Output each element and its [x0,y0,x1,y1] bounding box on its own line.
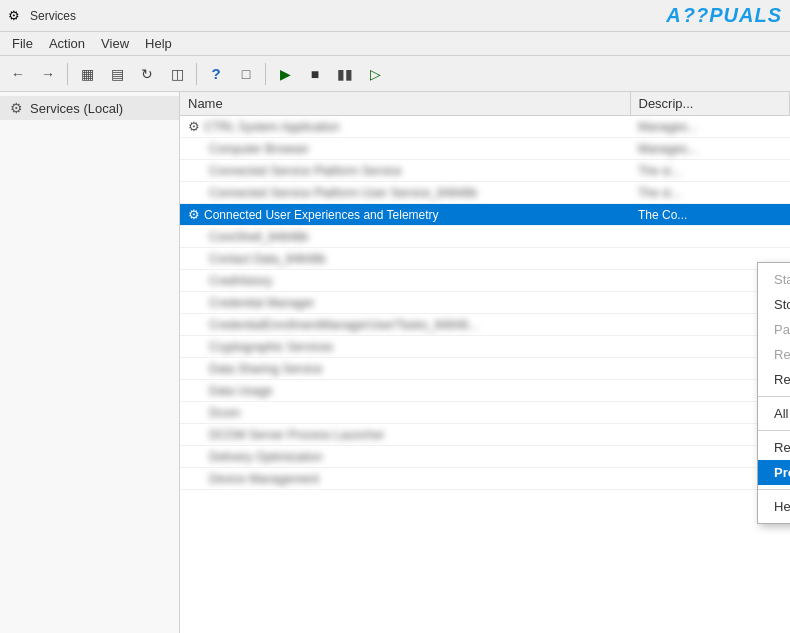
service-name-text: Contact Data_84848b [209,252,326,266]
menu-help[interactable]: Help [137,34,180,53]
service-name-text: Connected Service Platform Service [209,164,402,178]
menu-file[interactable]: File [4,34,41,53]
services-table: Name Descrip... ⚙CTRL System Application… [180,92,790,490]
service-name-cell: DCOM Server Process Launcher [180,424,630,446]
service-name-text: CoreShell_84848b [209,230,308,244]
toolbar-separator-2 [196,63,197,85]
context-menu-item-label: Start [774,272,790,287]
table-row[interactable]: Data Usage [180,380,790,402]
service-name-text: Cryptographic Services [209,340,333,354]
context-menu-item-pause: Pause [758,317,790,342]
service-name-cell: Connected Service Platform Service [180,160,630,182]
service-name-text: Computer Browser [209,142,309,156]
context-menu-item-label: Refresh [774,440,790,455]
service-name-cell: Cryptographic Services [180,336,630,358]
service-name-cell: ⚙Connected User Experiences and Telemetr… [180,204,630,226]
context-menu-item-restart[interactable]: Restart [758,367,790,392]
toolbar-separator-3 [265,63,266,85]
table-row[interactable]: Dcom [180,402,790,424]
service-desc-cell: Manages... [630,138,790,160]
table-row[interactable]: Cryptographic Services [180,336,790,358]
view-toggle-button[interactable]: □ [232,60,260,88]
service-desc-cell: The Co... [630,204,790,226]
show-extended-button[interactable]: ▤ [103,60,131,88]
table-header-row: Name Descrip... [180,92,790,116]
context-menu-item-stop[interactable]: Stop [758,292,790,317]
toolbar-separator-1 [67,63,68,85]
service-name-text: Dcom [209,406,240,420]
context-menu-item-help[interactable]: Help [758,494,790,519]
table-row[interactable]: Data Sharing Service [180,358,790,380]
service-name-cell: Data Sharing Service [180,358,630,380]
table-row[interactable]: CoreShell_84848b [180,226,790,248]
context-menu-item-label: Pause [774,322,790,337]
service-name-text: Device Management [209,472,319,486]
help-toolbar-button[interactable]: ? [202,60,230,88]
table-row[interactable]: ⚙Connected User Experiences and Telemetr… [180,204,790,226]
appuals-logo: A??PUALS [666,4,782,27]
table-row[interactable]: Computer BrowserManages... [180,138,790,160]
back-button[interactable]: ← [4,60,32,88]
service-desc-cell [630,226,790,248]
forward-button[interactable]: → [34,60,62,88]
table-row[interactable]: Connected Service Platform ServiceThe si… [180,160,790,182]
table-row[interactable]: Delivery Optimization [180,446,790,468]
main-area: ⚙ Services (Local) Name Descrip... ⚙CTRL… [0,92,790,633]
show-standard-button[interactable]: ▦ [73,60,101,88]
left-panel: ⚙ Services (Local) [0,92,180,633]
menu-bar: File Action View Help [0,32,790,56]
context-menu-separator [758,430,790,431]
context-menu-item-label: Help [774,499,790,514]
service-name-text: DCOM Server Process Launcher [209,428,384,442]
table-row[interactable]: Contact Data_84848b [180,248,790,270]
service-name-cell: Device Management [180,468,630,490]
toolbar: ← → ▦ ▤ ↻ ◫ ? □ ▶ ■ ▮▮ ▷ [0,56,790,92]
pause-button[interactable]: ▮▮ [331,60,359,88]
table-row[interactable]: Device Management [180,468,790,490]
table-row[interactable]: CredentialEnrollmentManagerUser!Tasks_84… [180,314,790,336]
context-menu: StartStopPauseResumeRestartAll Tasks›Ref… [757,262,790,524]
step-button[interactable]: ▷ [361,60,389,88]
export-button[interactable]: ◫ [163,60,191,88]
services-list-panel: Name Descrip... ⚙CTRL System Application… [180,92,790,633]
service-name-text: CTRL System Application [204,120,340,134]
refresh-toolbar-button[interactable]: ↻ [133,60,161,88]
column-name: Name [180,92,630,116]
stop-button[interactable]: ■ [301,60,329,88]
table-row[interactable]: Connected Service Platform User Service_… [180,182,790,204]
service-name-text: Data Sharing Service [209,362,322,376]
service-name-cell: CoreShell_84848b [180,226,630,248]
service-name-cell: CredentialEnrollmentManagerUser!Tasks_84… [180,314,630,336]
service-desc-cell: The si... [630,160,790,182]
service-name-cell: Dcom [180,402,630,424]
service-name-text: Credential Manager [209,296,314,310]
table-row[interactable]: Credential Manager [180,292,790,314]
service-name-cell: ⚙CTRL System Application [180,116,630,138]
left-panel-header: ⚙ Services (Local) [0,96,179,120]
service-name-text: CredentialEnrollmentManagerUser!Tasks_84… [209,318,478,332]
context-menu-item-properties[interactable]: Properties [758,460,790,485]
menu-view[interactable]: View [93,34,137,53]
service-name-text: CredHistory [209,274,272,288]
context-menu-separator [758,489,790,490]
context-menu-item-resume: Resume [758,342,790,367]
title-bar: ⚙ Services A??PUALS [0,0,790,32]
service-name-text: Connected User Experiences and Telemetry [204,208,439,222]
left-panel-title: Services (Local) [30,101,123,116]
services-local-icon: ⚙ [8,100,24,116]
service-name-text: Delivery Optimization [209,450,322,464]
column-description: Descrip... [630,92,790,116]
window-title: Services [30,9,76,23]
menu-action[interactable]: Action [41,34,93,53]
table-row[interactable]: CredHistory [180,270,790,292]
table-row[interactable]: DCOM Server Process Launcher [180,424,790,446]
context-menu-item-label: Resume [774,347,790,362]
play-button[interactable]: ▶ [271,60,299,88]
context-menu-item-label: Properties [774,465,790,480]
context-menu-item-all-tasks[interactable]: All Tasks› [758,401,790,426]
table-row[interactable]: ⚙CTRL System ApplicationManages... [180,116,790,138]
context-menu-item-refresh[interactable]: Refresh [758,435,790,460]
service-desc-cell: Manages... [630,116,790,138]
context-menu-separator [758,396,790,397]
service-name-text: Connected Service Platform User Service_… [209,186,477,200]
